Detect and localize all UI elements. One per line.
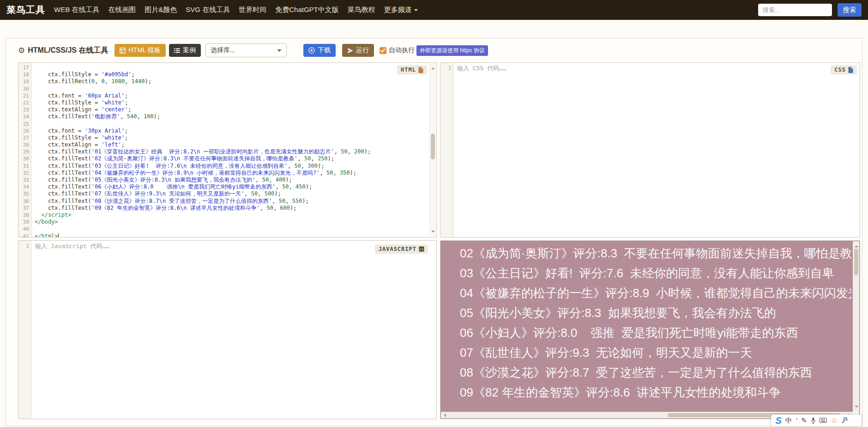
wrench-icon[interactable] [842, 417, 848, 423]
code-line-33[interactable]: 33 ctx.fillText('05《阳光小美女》评分:8.3\n 如果我想要… [18, 177, 429, 183]
scroll-left-icon[interactable] [442, 414, 446, 417]
code-line-27[interactable]: 27 ctx.fillStyle = 'white'; [18, 134, 429, 141]
code-line-18[interactable]: 18 ctx.fillStyle = '#a095bd'; [18, 71, 429, 78]
preview-text-line: 02《成为简·奥斯汀》评分:8.3 不要在任何事物面前迷失掉自我，哪怕是教条 [460, 244, 851, 263]
line-number: 25 [18, 121, 31, 128]
search-button[interactable]: 搜索 [838, 3, 862, 17]
html-editor-scrollbar[interactable] [429, 63, 436, 237]
html-code-area[interactable]: 1718 ctx.fillStyle = '#a095bd';19 ctx.fi… [18, 63, 429, 238]
line-number: 31 [18, 163, 31, 170]
search-input[interactable] [758, 4, 832, 16]
line-number: 28 [18, 141, 31, 148]
nav-item-svg-tools[interactable]: SVG 在线工具 [186, 6, 230, 14]
code-line-28[interactable]: 28 ctx.textAlign = 'left'; [18, 141, 429, 148]
preview-vertical-scrollbar[interactable] [853, 241, 859, 412]
library-select[interactable]: 选择库... [205, 43, 287, 57]
code-line-text: ctx.fillText('09《82 年生的金智英》评分:8.6\n 讲述平凡… [31, 205, 296, 212]
code-line-38[interactable]: 38 </script> [18, 212, 429, 219]
sogou-logo-icon[interactable]: S [775, 416, 781, 425]
scrollbar-thumb[interactable] [854, 249, 858, 275]
nav-item-more-channels[interactable]: 更多频道 [384, 6, 418, 14]
scroll-up-icon[interactable] [855, 244, 858, 247]
scroll-down-icon[interactable] [431, 231, 435, 234]
top-navbar: 菜鸟工具 WEB 在线工具在线画图图片&颜色SVG 在线工具世界时间免费Chat… [0, 0, 868, 20]
nav-item-web-tools[interactable]: WEB 在线工具 [54, 6, 99, 14]
line-number: 40 [18, 226, 31, 232]
nav-item-image-color[interactable]: 图片&颜色 [145, 6, 177, 14]
emoji-icon[interactable]: ☺ [831, 417, 838, 424]
line-number: 21 [18, 92, 31, 99]
line-number: 35 [18, 190, 31, 197]
html-editor-panel[interactable]: 1718 ctx.fillStyle = '#a095bd';19 ctx.fi… [18, 62, 437, 238]
site-logo[interactable]: 菜鸟工具 [6, 4, 45, 16]
nav-item-runoob-tutorial[interactable]: 菜鸟教程 [348, 6, 375, 14]
code-line-39[interactable]: 39</body> [18, 219, 429, 226]
run-button[interactable]: 运行 [342, 44, 374, 57]
code-line-32[interactable]: 32 ctx.fillText('04《被嫌弃的松子的一生》评分:8.9\n 小… [18, 170, 429, 177]
code-line-22[interactable]: 22 ctx.fillStyle = 'white'; [18, 99, 429, 106]
code-line-23[interactable]: 23 ctx.textAlign = 'center'; [18, 106, 429, 113]
download-button[interactable]: 下载 [303, 44, 336, 57]
code-line-20[interactable]: 20 [18, 85, 429, 92]
tool-container: ⚙ HTML/CSS/JS 在线工具 HTML 模板 案例 选择库... 下载 … [6, 38, 862, 426]
code-line-37[interactable]: 37 ctx.fillText('09《82 年生的金智英》评分:8.6\n 讲… [18, 205, 429, 212]
code-line-17[interactable]: 17 [18, 64, 429, 71]
code-line-24[interactable]: 24 ctx.fillText('电影推荐', 540, 100); [18, 113, 429, 120]
ime-toolbar: S 中 ’ ✎ ☺ [771, 415, 862, 426]
scroll-down-icon[interactable] [855, 406, 858, 409]
code-line-19[interactable]: 19 ctx.fillRect(0, 0, 1080, 1440); [18, 78, 429, 85]
punctuation-icon[interactable]: ’ [796, 417, 797, 424]
keyboard-icon[interactable] [820, 418, 827, 423]
code-line-text: ctx.fillStyle = 'white'; [31, 134, 128, 141]
js-editor-panel[interactable]: 1 输入 JavaScript 代码…… JAVASCRIPT JS [18, 240, 437, 419]
nav-item-world-time[interactable]: 世界时间 [239, 6, 266, 14]
code-line-34[interactable]: 34 ctx.fillText('06《小妇人》评分:8.0 强推\n 爱是我们… [18, 183, 429, 190]
code-line-31[interactable]: 31 ctx.fillText('03《公主日记》好看! 评分:7.6\n 未经… [18, 163, 429, 170]
line-number: 1 [440, 65, 453, 72]
chevron-down-icon [277, 49, 282, 54]
nav-item-free-chatgpt[interactable]: 免费ChatGPT中文版 [275, 6, 339, 14]
code-line-36[interactable]: 36 ctx.fillText('08《沙漠之花》评分:8.7\n 受了这些苦，… [18, 198, 429, 205]
code-line-text [31, 121, 35, 128]
js-file-icon: JS [419, 246, 424, 252]
download-label: 下载 [318, 46, 331, 55]
html-template-button[interactable]: HTML 模板 [115, 44, 165, 57]
line-number: 33 [18, 177, 31, 183]
line-number: 26 [18, 128, 31, 134]
code-line-text: ctx.fillText('06《小妇人》评分:8.0 强推\n 爱是我们死亡时… [31, 183, 312, 190]
code-line-25[interactable]: 25 [18, 121, 429, 128]
line-number: 37 [18, 205, 31, 212]
grid-menu-icon[interactable] [851, 417, 857, 423]
text-cursor [58, 233, 59, 238]
code-line-text: ctx.textAlign = 'left'; [31, 141, 125, 148]
library-select-value: 选择库... [211, 46, 235, 55]
code-line-35[interactable]: 35 ctx.fillText('07《乱世佳人》评分:9.3\n 无论如何，明… [18, 190, 429, 197]
code-line-21[interactable]: 21 ctx.font = '60px Arial'; [18, 92, 429, 99]
pencil-icon[interactable]: ✎ [801, 417, 807, 424]
code-line-40[interactable]: 40 [18, 226, 429, 232]
preview-canvas-output: 02《成为简·奥斯汀》评分:8.3 不要在任何事物面前迷失掉自我，哪怕是教条03… [460, 244, 851, 410]
microphone-icon[interactable] [811, 417, 816, 424]
autorun-toggle[interactable]: 自动执行 [380, 46, 415, 55]
code-line-30[interactable]: 30 ctx.fillText('02《成为简·奥斯汀》评分:8.3\n 不要在… [18, 155, 429, 162]
scroll-up-icon[interactable] [431, 66, 435, 69]
code-line-text: ctx.fillStyle = 'white'; [31, 99, 128, 106]
chinese-mode-icon[interactable]: 中 [785, 417, 792, 424]
css-placeholder: 输入 CSS 代码…… [453, 65, 506, 72]
code-line-text: ctx.fillText('08《沙漠之花》评分:8.7\n 受了这些苦，一定是… [31, 198, 309, 205]
css-editor-panel[interactable]: 1 输入 CSS 代码…… CSS [440, 62, 860, 238]
checkbox-checked-icon[interactable] [380, 47, 386, 54]
code-line-29[interactable]: 29 ctx.fillText('01《穿普拉达的女王》经典 评分:8.2\n … [18, 148, 429, 155]
code-line-41[interactable]: 41</html> [18, 233, 429, 238]
line-number: 30 [18, 155, 31, 162]
code-line-26[interactable]: 26 ctx.font = '30px Arial'; [18, 128, 429, 134]
nav-item-online-draw[interactable]: 在线画图 [108, 6, 136, 14]
svg-text:JS: JS [419, 248, 424, 251]
scrollbar-thumb[interactable] [431, 134, 435, 159]
css-badge-label: CSS [834, 67, 846, 73]
line-number: 29 [18, 148, 31, 155]
html-badge-label: HTML [401, 67, 416, 73]
tool-title-text: HTML/CSS/JS 在线工具 [28, 46, 108, 55]
case-button[interactable]: 案例 [169, 44, 201, 57]
code-line-text: ctx.textAlign = 'center'; [31, 106, 132, 113]
